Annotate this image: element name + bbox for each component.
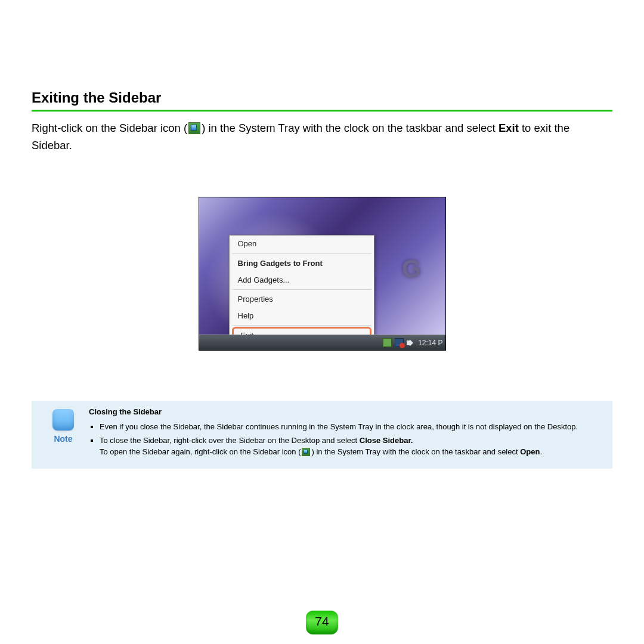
tray-network-icon[interactable] — [395, 338, 404, 347]
context-menu: Open Bring Gadgets to Front Add Gadgets.… — [229, 235, 374, 335]
note-bullet-1: Even if you close the Sidebar, the Sideb… — [100, 422, 604, 433]
intro-paragraph: Right-click on the Sidebar icon () in th… — [32, 120, 612, 154]
menu-item-help[interactable]: Help — [230, 308, 374, 324]
desktop-background: Open Bring Gadgets to Front Add Gadgets.… — [199, 197, 445, 335]
menu-separator — [232, 253, 371, 254]
page-number: 74 — [306, 611, 338, 634]
menu-separator — [232, 289, 371, 290]
menu-separator — [232, 325, 371, 326]
menu-item-bring-front[interactable]: Bring Gadgets to Front — [230, 255, 374, 272]
taskbar: 12:14 P — [199, 335, 445, 350]
note-b2-l2b: ) in the System Tray with the clock on t… — [311, 447, 520, 456]
note-box: Note Closing the Sidebar Even if you clo… — [32, 401, 612, 468]
note-label: Note — [38, 434, 89, 444]
taskbar-clock: 12:14 P — [418, 339, 442, 347]
sidebar-icon — [188, 122, 200, 134]
screenshot-figure: Open Bring Gadgets to Front Add Gadgets.… — [199, 197, 446, 351]
intro-bold: Exit — [499, 122, 519, 134]
menu-item-exit-highlighted[interactable]: Exit — [232, 327, 371, 335]
note-b2-a: To close the Sidebar, right-click over t… — [100, 436, 360, 445]
sidebar-icon — [302, 448, 310, 456]
note-subtitle: Closing the Sidebar — [89, 407, 604, 418]
note-bullet-2: To close the Sidebar, right-click over t… — [100, 435, 604, 458]
note-b2-tail: . — [540, 447, 542, 456]
note-aside: Note — [38, 407, 89, 460]
note-b2-l2a: To open the Sidebar again, right-click o… — [100, 447, 301, 456]
menu-item-open[interactable]: Open — [230, 236, 374, 252]
note-b2-bold: Close Sidebar. — [360, 436, 413, 445]
note-b2-l2bold: Open — [520, 447, 540, 456]
intro-text-b: ) in the System Tray with the clock on t… — [202, 122, 499, 134]
tray-sidebar-icon[interactable] — [383, 338, 392, 347]
note-badge-icon — [52, 409, 74, 431]
note-list: Even if you close the Sidebar, the Sideb… — [89, 422, 604, 458]
note-body: Closing the Sidebar Even if you close th… — [89, 407, 604, 460]
menu-item-add-gadgets[interactable]: Add Gadgets... — [230, 272, 374, 289]
section-title: Exiting the Sidebar — [32, 89, 612, 106]
divider-rule — [32, 110, 612, 112]
intro-text-a: Right-click on the Sidebar icon ( — [32, 122, 187, 134]
menu-item-properties[interactable]: Properties — [230, 291, 374, 308]
tray-volume-icon[interactable] — [407, 339, 415, 347]
